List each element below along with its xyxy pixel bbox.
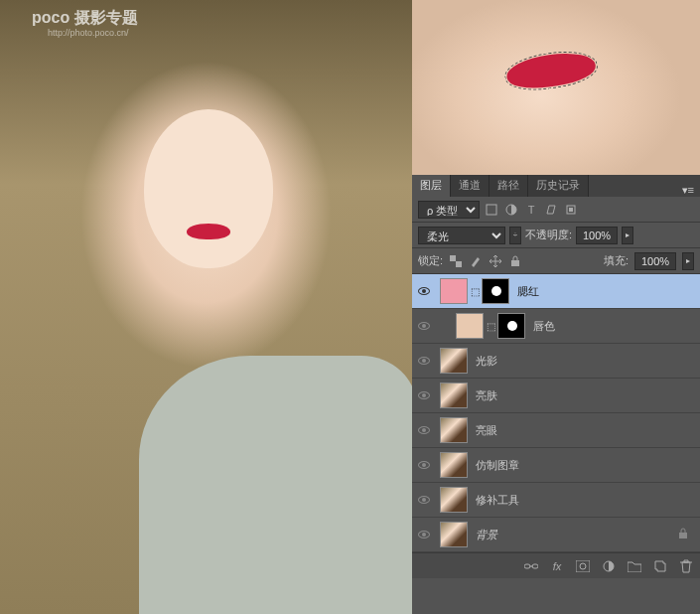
layer-name[interactable]: 亮肤 <box>468 388 694 403</box>
layer-thumbnail[interactable] <box>440 452 468 478</box>
eye-icon <box>418 357 430 365</box>
filter-shape-icon[interactable] <box>543 202 559 218</box>
svg-rect-5 <box>456 261 462 267</box>
watermark-brand: poco 摄影专题 <box>32 8 138 29</box>
eye-icon <box>418 496 430 504</box>
fill-input[interactable] <box>634 252 676 270</box>
eye-icon <box>418 531 430 538</box>
blend-mode-row: 柔光 ÷ 不透明度: ▸ <box>412 223 700 248</box>
layer-visibility-toggle[interactable] <box>412 391 436 399</box>
layer-visibility-toggle[interactable] <box>412 496 436 504</box>
layer-thumbnail[interactable] <box>440 522 468 547</box>
eye-icon <box>418 461 430 469</box>
layer-name[interactable]: 光影 <box>468 354 694 369</box>
lock-pixels-icon[interactable] <box>469 254 483 268</box>
svg-rect-7 <box>679 533 687 538</box>
eye-icon <box>418 391 430 399</box>
new-layer-icon[interactable] <box>652 558 668 574</box>
lips-selection-marquee <box>504 49 598 92</box>
layer-row[interactable]: 亮眼 <box>412 413 700 448</box>
layer-visibility-toggle[interactable] <box>412 461 436 469</box>
layer-row[interactable]: 亮肤 <box>412 379 700 413</box>
fx-icon[interactable]: fx <box>549 558 565 574</box>
layer-thumbnail[interactable] <box>440 348 468 374</box>
svg-rect-11 <box>576 560 590 572</box>
layers-panel: 图层 通道 路径 历史记录 ▾≡ ρ 类型 T 柔光 ÷ 不透明度: ▸ <box>412 175 700 614</box>
tab-history[interactable]: 历史记录 <box>528 174 589 197</box>
lock-all-icon[interactable] <box>508 254 522 268</box>
layer-visibility-toggle[interactable] <box>412 287 436 295</box>
layer-name[interactable]: 亮眼 <box>468 423 694 438</box>
layers-list: ⬚ 腮红 ⬚ 唇色 光影 亮肤 亮眼 仿制图章 修补工具 背景 <box>412 274 700 552</box>
panel-menu-icon[interactable]: ▾≡ <box>676 184 700 197</box>
mask-icon[interactable] <box>575 558 591 574</box>
tab-channels[interactable]: 通道 <box>451 174 490 197</box>
layer-thumbnail[interactable] <box>440 417 468 443</box>
filter-smart-icon[interactable] <box>563 202 579 218</box>
layer-thumbnail[interactable] <box>440 487 468 513</box>
tab-layers[interactable]: 图层 <box>412 174 451 197</box>
svg-rect-0 <box>487 205 496 215</box>
layer-name[interactable]: 修补工具 <box>468 493 694 508</box>
filter-type-dropdown[interactable]: ρ 类型 <box>418 201 480 219</box>
layer-visibility-toggle[interactable] <box>412 357 436 365</box>
lock-label: 锁定: <box>418 253 443 268</box>
adjustment-layer-icon[interactable] <box>601 558 617 574</box>
layer-visibility-toggle[interactable] <box>412 531 436 538</box>
link-layers-icon[interactable] <box>523 558 539 574</box>
layer-filter-bar: ρ 类型 T <box>412 197 700 223</box>
filter-adjustment-icon[interactable] <box>503 202 519 218</box>
layer-thumbnail[interactable] <box>440 278 468 304</box>
watermark-url: http://photo.poco.cn/ <box>48 28 129 38</box>
lock-transparency-icon[interactable] <box>449 254 463 268</box>
svg-point-12 <box>580 563 586 569</box>
blend-mode-dropdown[interactable]: 柔光 <box>418 227 505 244</box>
layer-row[interactable]: 仿制图章 <box>412 448 700 483</box>
layer-visibility-toggle[interactable] <box>412 322 436 330</box>
lock-icon <box>678 528 694 541</box>
opacity-input[interactable] <box>576 227 618 244</box>
panel-tabs: 图层 通道 路径 历史记录 ▾≡ <box>412 175 700 197</box>
svg-rect-6 <box>511 260 519 266</box>
layer-mask-thumbnail[interactable] <box>497 313 525 339</box>
lock-row: 锁定: 填充: ▸ <box>412 248 700 274</box>
group-icon[interactable] <box>627 558 642 574</box>
svg-rect-4 <box>450 255 456 261</box>
layer-row[interactable]: ⬚ 腮红 <box>412 274 700 309</box>
layer-link-icon[interactable]: ⬚ <box>470 286 480 297</box>
eye-icon <box>418 287 430 295</box>
layer-row[interactable]: 背景 <box>412 518 700 552</box>
filter-text-icon[interactable]: T <box>523 202 539 218</box>
layer-row[interactable]: ⬚ 唇色 <box>412 309 700 344</box>
layer-thumbnail[interactable] <box>440 383 468 408</box>
blend-dropdown-arrow[interactable]: ÷ <box>509 227 521 244</box>
layer-thumbnail[interactable] <box>456 313 484 339</box>
layer-row[interactable]: 修补工具 <box>412 483 700 518</box>
opacity-label: 不透明度: <box>525 228 572 242</box>
layer-name[interactable]: 背景 <box>468 528 678 542</box>
eye-icon <box>418 322 430 330</box>
main-portrait-image: poco 摄影专题 http://photo.poco.cn/ <box>0 0 412 614</box>
eye-icon <box>418 426 430 434</box>
layer-visibility-toggle[interactable] <box>412 426 436 434</box>
opacity-arrow[interactable]: ▸ <box>622 227 633 244</box>
svg-rect-3 <box>569 208 573 212</box>
filter-image-icon[interactable] <box>484 202 499 218</box>
lock-position-icon[interactable] <box>489 254 502 268</box>
layer-name[interactable]: 仿制图章 <box>468 458 694 473</box>
tab-paths[interactable]: 路径 <box>490 174 528 197</box>
layers-footer: fx <box>412 552 700 578</box>
layer-name[interactable]: 腮红 <box>509 284 694 299</box>
layer-link-icon[interactable]: ⬚ <box>486 321 495 332</box>
fill-label: 填充: <box>604 253 629 268</box>
detail-zoom-image <box>412 0 700 175</box>
layer-name[interactable]: 唇色 <box>525 319 694 334</box>
fill-arrow[interactable]: ▸ <box>682 252 694 270</box>
layer-row[interactable]: 光影 <box>412 344 700 379</box>
layer-mask-thumbnail[interactable] <box>482 278 509 304</box>
delete-layer-icon[interactable] <box>678 558 694 574</box>
